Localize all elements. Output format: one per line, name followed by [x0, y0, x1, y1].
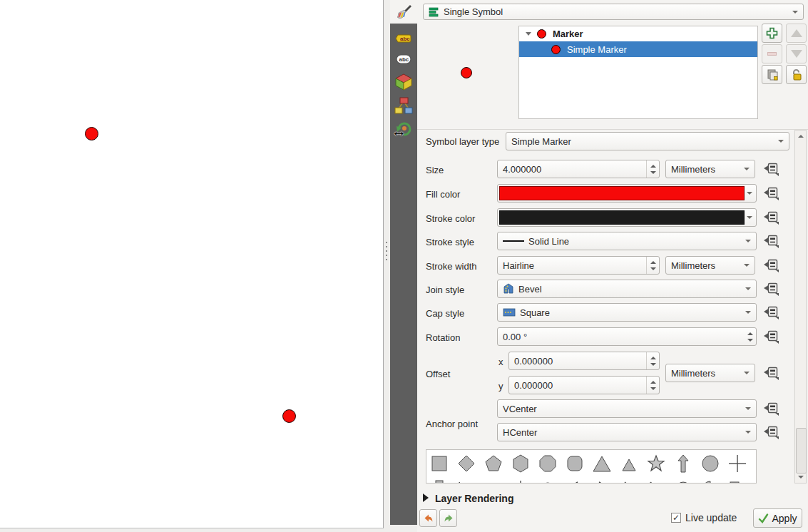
cap-style-select[interactable]: Square [497, 303, 757, 322]
color-dropdown-section[interactable] [745, 210, 755, 225]
move-down-button[interactable] [786, 44, 807, 63]
shape-quarter-square-icon[interactable] [727, 479, 747, 484]
shape-half-square-icon[interactable] [429, 479, 449, 484]
tab-diagrams[interactable] [390, 95, 417, 116]
rotation-spinbox[interactable]: 0.00 ° [497, 327, 757, 346]
scrollbar-thumb[interactable] [796, 428, 807, 474]
map-canvas[interactable] [0, 0, 384, 528]
spin-buttons[interactable] [646, 160, 659, 178]
collapse-expander-icon[interactable] [526, 32, 531, 36]
data-defined-override-button[interactable] [762, 160, 782, 178]
offset-unit-select[interactable]: Millimeters [665, 364, 755, 382]
lock-colors-button[interactable] [786, 65, 807, 84]
shape-diagonal-half-icon[interactable] [456, 479, 476, 484]
redo-button[interactable] [439, 509, 457, 527]
tab-symbology[interactable] [390, 0, 417, 24]
anchor-vertical-select[interactable]: VCenter [497, 399, 757, 418]
stroke-width-unit-select[interactable]: Millimeters [665, 256, 755, 275]
live-update-checkbox[interactable]: ✓ [671, 513, 681, 523]
spin-buttons[interactable] [646, 257, 659, 274]
stroke-style-label: Stroke style [426, 237, 474, 247]
spin-buttons[interactable] [646, 377, 659, 394]
offset-x-spinbox[interactable]: 0.000000 [508, 352, 660, 370]
offset-y-spinbox[interactable]: 0.000000 [508, 376, 660, 394]
tab-callouts[interactable]: abc [390, 49, 417, 71]
svg-text:abc: abc [400, 36, 410, 42]
shape-hexagon-icon[interactable] [511, 453, 531, 474]
shape-arrow-up-icon[interactable] [673, 453, 693, 474]
data-defined-override-button[interactable] [762, 364, 782, 382]
layer-rendering-header[interactable]: Layer Rendering [435, 493, 513, 504]
symbol-layer-type-select[interactable]: Simple Marker [506, 132, 789, 150]
shape-half-circle-icon[interactable] [673, 479, 693, 484]
apply-label: Apply [772, 513, 797, 524]
properties-scrollbar[interactable] [794, 130, 807, 484]
fill-color-button[interactable] [497, 184, 757, 203]
duplicate-symbol-layer-button[interactable] [762, 65, 782, 84]
shape-equilateral-triangle-icon[interactable] [619, 453, 639, 474]
shape-diamond-icon[interactable] [456, 453, 476, 474]
shape-cross-icon[interactable] [727, 453, 747, 474]
shape-arc-left-icon[interactable] [565, 479, 585, 484]
shape-right-triangle-icon[interactable] [646, 479, 666, 484]
data-defined-override-button[interactable] [762, 303, 782, 322]
panel-splitter-handle[interactable] [384, 0, 390, 532]
data-defined-override-button[interactable] [762, 280, 782, 298]
tree-item-simple-marker[interactable]: Simple Marker [519, 41, 757, 57]
shape-semicircle-icon[interactable] [538, 479, 558, 484]
scroll-down-icon[interactable] [795, 473, 806, 481]
shape-vertical-line-icon[interactable] [511, 479, 531, 484]
remove-symbol-layer-button[interactable] [762, 44, 782, 63]
shape-rounded-square-icon[interactable] [565, 453, 585, 474]
stroke-width-spinbox[interactable]: Hairline [497, 256, 660, 275]
color-dropdown-section[interactable] [745, 186, 755, 200]
spin-up-icon [650, 165, 656, 168]
shape-triangle-icon[interactable] [592, 453, 612, 474]
size-spinbox[interactable]: 4.000000 [497, 160, 660, 178]
duplicate-icon [766, 68, 779, 81]
offset-y-value: 0.000000 [514, 380, 553, 391]
data-defined-override-button[interactable] [762, 232, 782, 250]
chevron-down-icon [792, 11, 798, 14]
symbol-layers-tree[interactable]: Marker Simple Marker [518, 26, 758, 119]
tree-item-marker[interactable]: Marker [519, 26, 757, 41]
tab-labels[interactable]: abc [390, 28, 417, 49]
shape-pentagon-icon[interactable] [484, 453, 503, 474]
renderer-select[interactable]: Single Symbol [423, 4, 804, 20]
layer-rendering-expander-icon[interactable] [423, 493, 429, 502]
anchor-horizontal-select[interactable]: HCenter [497, 423, 757, 441]
shape-chevron-right-icon[interactable] [619, 479, 639, 484]
size-unit-select[interactable]: Millimeters [665, 160, 755, 178]
shape-square-icon[interactable] [429, 453, 449, 474]
shape-star-icon[interactable] [646, 453, 666, 474]
add-symbol-layer-button[interactable] [762, 24, 782, 43]
shape-circle-icon[interactable] [700, 453, 720, 474]
stroke-color-button[interactable] [497, 208, 757, 227]
shape-third-circle-icon[interactable] [700, 479, 720, 484]
apply-button[interactable]: Apply [753, 508, 802, 528]
undo-button[interactable] [419, 509, 437, 527]
data-defined-override-button[interactable] [762, 399, 782, 418]
join-style-select[interactable]: Bevel [497, 280, 757, 298]
shape-chevron-icon[interactable] [484, 479, 503, 484]
move-up-button[interactable] [786, 24, 807, 43]
scroll-up-icon[interactable] [795, 132, 806, 140]
data-defined-override-button[interactable] [762, 208, 782, 227]
data-defined-override-button[interactable] [762, 184, 782, 203]
tab-3d-view[interactable] [390, 71, 417, 93]
spin-buttons[interactable] [646, 352, 659, 369]
data-defined-override-icon [763, 305, 780, 319]
stroke-style-select[interactable]: Solid Line [497, 232, 757, 250]
spin-up-icon [650, 261, 656, 264]
shape-arc-right-icon[interactable] [592, 479, 612, 484]
plus-icon [766, 27, 778, 39]
spin-buttons[interactable] [744, 328, 756, 345]
check-icon [758, 513, 769, 523]
spin-down-icon [650, 171, 656, 174]
data-defined-override-button[interactable] [762, 423, 782, 441]
data-defined-override-button[interactable] [762, 327, 782, 346]
data-defined-override-button[interactable] [762, 256, 782, 275]
shape-octagon-icon[interactable] [538, 453, 558, 474]
marker-shape-picker[interactable] [426, 449, 757, 484]
join-style-label: Join style [426, 285, 464, 295]
